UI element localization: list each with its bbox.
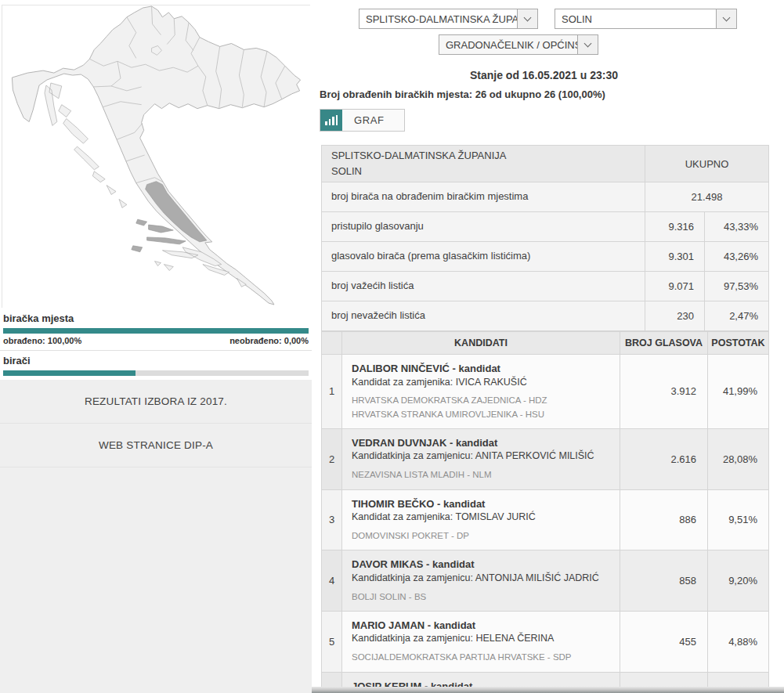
candidate-pct: 41,99% [708, 355, 769, 429]
candidate-parties: NEZAVISNA LISTA MLADIH - NLM [352, 468, 610, 482]
summary-total-header: UKUPNO [645, 146, 769, 182]
candidate-row: 1 DALIBOR NINČEVIĆ - kandidat Kandidat z… [322, 355, 769, 429]
candidate-name: MARIO JAMAN - kandidat [352, 619, 610, 633]
summary-row: broj važećih listića 9.071 97,53% [322, 272, 769, 301]
candidates-table: KANDIDATI BROJ GLASOVA POSTOTAK 1 DALIBO… [321, 331, 769, 693]
polling-progress-block: biračka mjesta obrađeno: 100,00% neobrađ… [0, 309, 312, 351]
candidate-votes: 2.616 [620, 428, 708, 489]
candidate-row: 3 TIHOMIR BEČKO - kandidat Kandidat za z… [322, 489, 769, 550]
right-panel: SPLITSKO-DALMATINSKA ŽUPANIJA SOLIN GRAD… [320, 0, 784, 693]
candidate-row: 5 MARIO JAMAN - kandidat Kandidatkinja z… [322, 611, 769, 672]
summary-table: SPLITSKO-DALMATINSKA ŽUPANIJA SOLIN UKUP… [321, 145, 769, 331]
candidate-name: DAVOR MIKAS - kandidat [352, 558, 610, 572]
candidates-header-name: KANDIDATI [342, 332, 620, 355]
candidate-parties: HRVATSKA DEMOKRATSKA ZAJEDNICA - HDZ HRV… [352, 394, 610, 421]
candidate-deputy: Kandidatkinja za zamjenicu: ANITA PERKOV… [352, 449, 610, 463]
polling-processed-label: obrađeno: 100,00% [3, 336, 81, 345]
chevron-down-icon [577, 35, 598, 54]
candidate-row: 2 VEDRAN DUVNJAK - kandidat Kandidatkinj… [322, 428, 769, 489]
candidate-parties: BOLJI SOLIN - BS [352, 590, 610, 604]
status-timestamp: Stanje od 16.05.2021 u 23:30 [320, 69, 768, 81]
chevron-down-icon [716, 9, 736, 28]
candidates-header-row: KANDIDATI BROJ GLASOVA POSTOTAK [322, 332, 769, 355]
croatia-map-svg [2, 5, 310, 308]
left-panel: biračka mjesta obrađeno: 100,00% neobrađ… [0, 0, 312, 693]
candidate-name: VEDRAN DUVNJAK - kandidat [352, 436, 610, 450]
candidate-name: DALIBOR NINČEVIĆ - kandidat [352, 362, 610, 376]
voters-progress-fill [3, 370, 135, 376]
summary-header-row: SPLITSKO-DALMATINSKA ŽUPANIJA SOLIN UKUP… [322, 146, 769, 182]
processed-count-line: Broj obrađenih biračkih mjesta: 26 od uk… [320, 88, 605, 100]
county-select[interactable]: SPLITSKO-DALMATINSKA ŽUPANIJA [359, 9, 538, 29]
graf-button[interactable]: GRAF [320, 109, 405, 132]
candidate-name: TIHOMIR BEČKO - kandidat [352, 497, 610, 511]
summary-row: glasovalo birača (prema glasačkim listić… [322, 242, 769, 272]
graf-button-label: GRAF [342, 110, 404, 131]
candidate-votes: 3.912 [620, 355, 708, 429]
polling-progress-bar [3, 328, 309, 334]
candidate-deputy: Kandidat za zamjenika: IVICA RAKUŠIĆ [352, 376, 610, 389]
candidate-votes: 455 [620, 611, 708, 672]
candidate-pct: 28,08% [708, 428, 769, 489]
candidate-parties: DOMOVINSKI POKRET - DP [352, 529, 610, 543]
candidate-row: 4 DAVOR MIKAS - kandidat Kandidatkinja z… [322, 550, 769, 612]
dip-website-button[interactable]: WEB STRANICE DIP-A [0, 424, 312, 467]
polling-progress-fill [3, 328, 309, 334]
candidate-deputy: Kandidatkinja za zamjenicu: HELENA ČERIN… [352, 632, 610, 645]
candidate-votes: 858 [620, 550, 708, 612]
city-select[interactable]: SOLIN [555, 9, 737, 29]
candidates-header-votes: BROJ GLASOVA [620, 332, 708, 355]
chevron-down-icon [517, 9, 537, 28]
summary-row: broj nevažećih listića 230 2,47% [322, 301, 769, 331]
summary-row: pristupilo glasovanju 9.316 43,33% [322, 212, 769, 242]
polling-progress-title: biračka mjesta [3, 312, 309, 324]
candidate-deputy: Kandidat za zamjenika: TOMISLAV JURIĆ [352, 511, 610, 524]
voters-progress-bar [3, 370, 309, 376]
left-buttons: REZULTATI IZBORA IZ 2017. WEB STRANICE D… [0, 380, 312, 693]
croatia-map [2, 5, 310, 308]
polling-unprocessed-label: neobrađeno: 0,00% [229, 336, 309, 345]
bar-chart-icon [320, 110, 342, 131]
summary-title: SPLITSKO-DALMATINSKA ŽUPANIJA SOLIN [322, 146, 645, 182]
map-mainland[interactable] [12, 6, 300, 305]
candidates-header-pct: POSTOTAK [708, 332, 769, 355]
candidate-votes: 886 [620, 489, 708, 550]
results-2017-button[interactable]: REZULTATI IZBORA IZ 2017. [0, 380, 312, 424]
candidate-deputy: Kandidatkinja za zamjenicu: ANTONIJA MIL… [352, 572, 610, 585]
race-select[interactable]: GRADONAČELNIK / OPĆINSKI NAČELNIK [439, 34, 598, 55]
candidates-header-index [322, 332, 342, 355]
bottom-edge-bar [312, 687, 784, 693]
candidate-pct: 9,51% [708, 489, 769, 550]
candidate-parties: SOCIJALDEMOKRATSKA PARTIJA HRVATSKE - SD… [352, 651, 610, 664]
race-select-value: GRADONAČELNIK / OPĆINSKI NAČELNIK [439, 35, 577, 54]
candidate-pct: 4,88% [708, 611, 769, 672]
summary-row: broj birača na obrađenim biračkim mjesti… [322, 182, 769, 212]
candidate-pct: 9,20% [708, 550, 769, 612]
city-select-value: SOLIN [555, 9, 716, 28]
county-select-value: SPLITSKO-DALMATINSKA ŽUPANIJA [359, 9, 517, 28]
voters-progress-title: birači [3, 355, 309, 366]
